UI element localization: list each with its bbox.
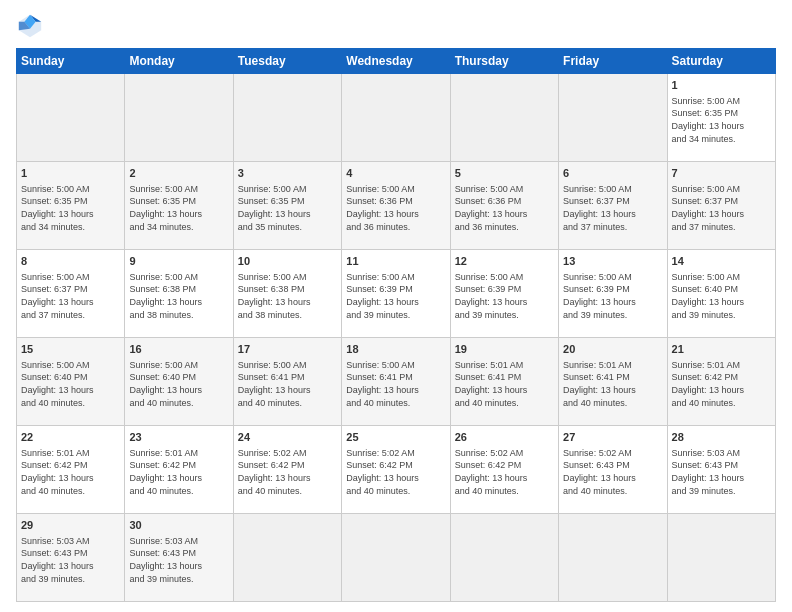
day-number: 17 <box>238 342 337 357</box>
day-info: Sunrise: 5:00 AM Sunset: 6:35 PM Dayligh… <box>238 183 337 233</box>
calendar-cell: 1Sunrise: 5:00 AM Sunset: 6:35 PM Daylig… <box>17 162 125 250</box>
calendar-cell: 21Sunrise: 5:01 AM Sunset: 6:42 PM Dayli… <box>667 338 775 426</box>
calendar-cell <box>450 74 558 162</box>
day-info: Sunrise: 5:00 AM Sunset: 6:40 PM Dayligh… <box>672 271 771 321</box>
calendar-cell <box>125 74 233 162</box>
day-info: Sunrise: 5:01 AM Sunset: 6:42 PM Dayligh… <box>129 447 228 497</box>
calendar-cell <box>559 514 667 602</box>
calendar-cell: 20Sunrise: 5:01 AM Sunset: 6:41 PM Dayli… <box>559 338 667 426</box>
day-info: Sunrise: 5:00 AM Sunset: 6:39 PM Dayligh… <box>455 271 554 321</box>
calendar-week-5: 22Sunrise: 5:01 AM Sunset: 6:42 PM Dayli… <box>17 426 776 514</box>
calendar-cell: 5Sunrise: 5:00 AM Sunset: 6:36 PM Daylig… <box>450 162 558 250</box>
day-info: Sunrise: 5:00 AM Sunset: 6:40 PM Dayligh… <box>129 359 228 409</box>
calendar-cell: 26Sunrise: 5:02 AM Sunset: 6:42 PM Dayli… <box>450 426 558 514</box>
day-number: 20 <box>563 342 662 357</box>
calendar-cell: 30Sunrise: 5:03 AM Sunset: 6:43 PM Dayli… <box>125 514 233 602</box>
header-day-saturday: Saturday <box>667 49 775 74</box>
day-info: Sunrise: 5:00 AM Sunset: 6:35 PM Dayligh… <box>129 183 228 233</box>
day-number: 11 <box>346 254 445 269</box>
day-info: Sunrise: 5:01 AM Sunset: 6:41 PM Dayligh… <box>455 359 554 409</box>
calendar-cell: 18Sunrise: 5:00 AM Sunset: 6:41 PM Dayli… <box>342 338 450 426</box>
day-number: 12 <box>455 254 554 269</box>
day-info: Sunrise: 5:01 AM Sunset: 6:42 PM Dayligh… <box>21 447 120 497</box>
page: SundayMondayTuesdayWednesdayThursdayFrid… <box>0 0 792 612</box>
day-number: 26 <box>455 430 554 445</box>
calendar-cell <box>342 74 450 162</box>
logo-icon <box>16 12 44 40</box>
calendar-cell: 28Sunrise: 5:03 AM Sunset: 6:43 PM Dayli… <box>667 426 775 514</box>
logo <box>16 12 48 40</box>
calendar-cell: 29Sunrise: 5:03 AM Sunset: 6:43 PM Dayli… <box>17 514 125 602</box>
day-info: Sunrise: 5:00 AM Sunset: 6:36 PM Dayligh… <box>455 183 554 233</box>
day-info: Sunrise: 5:01 AM Sunset: 6:42 PM Dayligh… <box>672 359 771 409</box>
day-info: Sunrise: 5:00 AM Sunset: 6:39 PM Dayligh… <box>346 271 445 321</box>
header-day-sunday: Sunday <box>17 49 125 74</box>
header-day-wednesday: Wednesday <box>342 49 450 74</box>
day-number: 30 <box>129 518 228 533</box>
calendar-header-row: SundayMondayTuesdayWednesdayThursdayFrid… <box>17 49 776 74</box>
day-number: 25 <box>346 430 445 445</box>
calendar-cell: 23Sunrise: 5:01 AM Sunset: 6:42 PM Dayli… <box>125 426 233 514</box>
day-info: Sunrise: 5:00 AM Sunset: 6:36 PM Dayligh… <box>346 183 445 233</box>
day-number: 15 <box>21 342 120 357</box>
calendar-cell: 2Sunrise: 5:00 AM Sunset: 6:35 PM Daylig… <box>125 162 233 250</box>
header-day-thursday: Thursday <box>450 49 558 74</box>
calendar-cell: 6Sunrise: 5:00 AM Sunset: 6:37 PM Daylig… <box>559 162 667 250</box>
day-number: 7 <box>672 166 771 181</box>
calendar-cell: 13Sunrise: 5:00 AM Sunset: 6:39 PM Dayli… <box>559 250 667 338</box>
calendar-cell: 12Sunrise: 5:00 AM Sunset: 6:39 PM Dayli… <box>450 250 558 338</box>
day-number: 14 <box>672 254 771 269</box>
day-number: 2 <box>129 166 228 181</box>
calendar-week-6: 29Sunrise: 5:03 AM Sunset: 6:43 PM Dayli… <box>17 514 776 602</box>
day-number: 23 <box>129 430 228 445</box>
day-number: 27 <box>563 430 662 445</box>
calendar-cell: 17Sunrise: 5:00 AM Sunset: 6:41 PM Dayli… <box>233 338 341 426</box>
calendar-week-1: 1Sunrise: 5:00 AM Sunset: 6:35 PM Daylig… <box>17 74 776 162</box>
day-number: 9 <box>129 254 228 269</box>
calendar-cell: 1Sunrise: 5:00 AM Sunset: 6:35 PM Daylig… <box>667 74 775 162</box>
day-number: 1 <box>672 78 771 93</box>
day-info: Sunrise: 5:01 AM Sunset: 6:41 PM Dayligh… <box>563 359 662 409</box>
day-info: Sunrise: 5:00 AM Sunset: 6:38 PM Dayligh… <box>129 271 228 321</box>
day-info: Sunrise: 5:03 AM Sunset: 6:43 PM Dayligh… <box>129 535 228 585</box>
day-number: 24 <box>238 430 337 445</box>
calendar-cell: 24Sunrise: 5:02 AM Sunset: 6:42 PM Dayli… <box>233 426 341 514</box>
calendar-cell: 27Sunrise: 5:02 AM Sunset: 6:43 PM Dayli… <box>559 426 667 514</box>
calendar-cell <box>17 74 125 162</box>
calendar-cell <box>450 514 558 602</box>
calendar-cell: 11Sunrise: 5:00 AM Sunset: 6:39 PM Dayli… <box>342 250 450 338</box>
day-number: 21 <box>672 342 771 357</box>
calendar-cell: 10Sunrise: 5:00 AM Sunset: 6:38 PM Dayli… <box>233 250 341 338</box>
calendar-cell: 15Sunrise: 5:00 AM Sunset: 6:40 PM Dayli… <box>17 338 125 426</box>
day-info: Sunrise: 5:02 AM Sunset: 6:43 PM Dayligh… <box>563 447 662 497</box>
day-info: Sunrise: 5:00 AM Sunset: 6:37 PM Dayligh… <box>563 183 662 233</box>
day-info: Sunrise: 5:00 AM Sunset: 6:37 PM Dayligh… <box>672 183 771 233</box>
calendar-cell: 14Sunrise: 5:00 AM Sunset: 6:40 PM Dayli… <box>667 250 775 338</box>
header-day-monday: Monday <box>125 49 233 74</box>
calendar-cell <box>233 74 341 162</box>
day-info: Sunrise: 5:03 AM Sunset: 6:43 PM Dayligh… <box>672 447 771 497</box>
day-number: 3 <box>238 166 337 181</box>
day-number: 4 <box>346 166 445 181</box>
day-info: Sunrise: 5:00 AM Sunset: 6:41 PM Dayligh… <box>238 359 337 409</box>
day-info: Sunrise: 5:02 AM Sunset: 6:42 PM Dayligh… <box>346 447 445 497</box>
calendar-cell <box>559 74 667 162</box>
day-number: 13 <box>563 254 662 269</box>
day-info: Sunrise: 5:00 AM Sunset: 6:38 PM Dayligh… <box>238 271 337 321</box>
calendar-cell: 3Sunrise: 5:00 AM Sunset: 6:35 PM Daylig… <box>233 162 341 250</box>
day-number: 19 <box>455 342 554 357</box>
day-number: 8 <box>21 254 120 269</box>
day-info: Sunrise: 5:00 AM Sunset: 6:40 PM Dayligh… <box>21 359 120 409</box>
header <box>16 12 776 40</box>
day-number: 16 <box>129 342 228 357</box>
day-number: 5 <box>455 166 554 181</box>
calendar-cell <box>233 514 341 602</box>
calendar-week-4: 15Sunrise: 5:00 AM Sunset: 6:40 PM Dayli… <box>17 338 776 426</box>
day-info: Sunrise: 5:00 AM Sunset: 6:35 PM Dayligh… <box>672 95 771 145</box>
day-info: Sunrise: 5:02 AM Sunset: 6:42 PM Dayligh… <box>455 447 554 497</box>
calendar-cell: 4Sunrise: 5:00 AM Sunset: 6:36 PM Daylig… <box>342 162 450 250</box>
calendar-table: SundayMondayTuesdayWednesdayThursdayFrid… <box>16 48 776 602</box>
day-info: Sunrise: 5:00 AM Sunset: 6:39 PM Dayligh… <box>563 271 662 321</box>
calendar-cell: 8Sunrise: 5:00 AM Sunset: 6:37 PM Daylig… <box>17 250 125 338</box>
calendar-cell: 25Sunrise: 5:02 AM Sunset: 6:42 PM Dayli… <box>342 426 450 514</box>
